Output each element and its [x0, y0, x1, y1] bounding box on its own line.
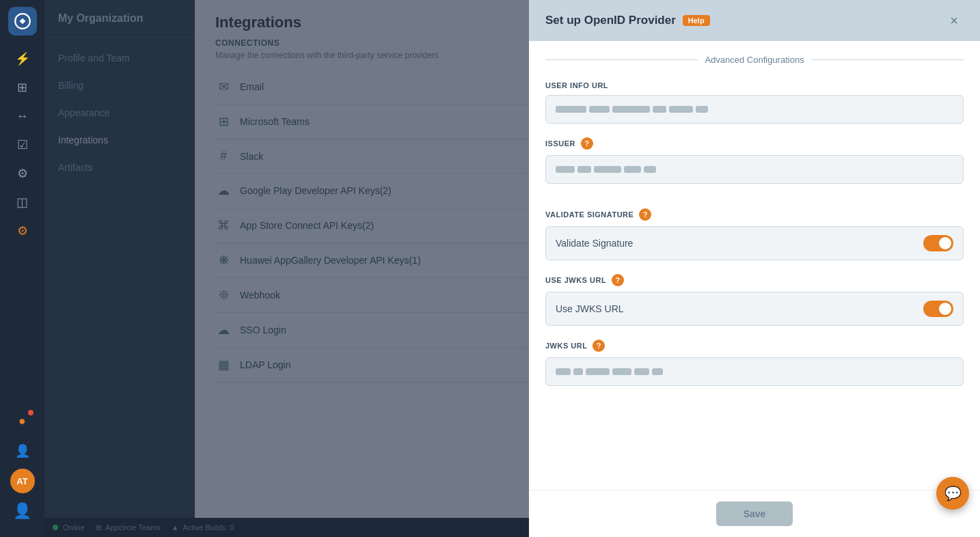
field-label-issuer: ISSUER ?	[545, 137, 964, 150]
section-label: Advanced Configurations	[705, 55, 804, 65]
modal-footer: Save	[529, 490, 980, 537]
blur-chunk	[612, 368, 631, 375]
user-icon[interactable]: 👤	[10, 499, 35, 523]
close-button[interactable]: ×	[944, 11, 964, 30]
blur-chunk	[586, 368, 610, 375]
blur-chunk	[669, 106, 693, 113]
issuer-help-icon[interactable]: ?	[581, 137, 593, 150]
toggle-jwks[interactable]	[923, 301, 953, 317]
team-icon[interactable]: 👤	[10, 439, 35, 463]
help-badge[interactable]: Help	[683, 15, 710, 26]
field-use-jwks-url: USE JWKS URL ? Use JWKS URL	[545, 274, 964, 326]
chat-button[interactable]: 💬	[936, 477, 969, 510]
field-label-jwks: USE JWKS URL ?	[545, 274, 964, 286]
blurred-content-jwks-url	[556, 368, 663, 375]
blur-chunk	[556, 106, 586, 113]
field-issuer: ISSUER ?	[545, 137, 964, 184]
package-icon[interactable]: ◫	[10, 190, 35, 215]
toggle-row-validate-sig: Validate Signature	[545, 226, 964, 260]
field-user-info-url: USER INFO URL	[545, 81, 964, 124]
field-input-jwks-url[interactable]	[545, 357, 964, 386]
notifications-icon[interactable]: ●	[10, 409, 35, 433]
label-text-jwks: USE JWKS URL	[545, 276, 606, 284]
label-text-issuer: ISSUER	[545, 139, 575, 148]
report-icon[interactable]: ☑	[10, 133, 35, 157]
blurred-content	[556, 106, 708, 113]
label-text-jwks-url: JWKS URL	[545, 342, 587, 350]
modal-header: Set up OpenID Provider Help ×	[529, 0, 980, 41]
distribute-icon[interactable]: ↔	[10, 104, 35, 128]
blur-chunk	[577, 166, 591, 173]
blurred-content-issuer	[556, 166, 656, 173]
jwks-help-icon[interactable]: ?	[612, 274, 624, 286]
app-logo[interactable]	[8, 7, 37, 36]
blur-chunk	[589, 106, 610, 113]
toggle-label-jwks: Use JWKS URL	[556, 303, 624, 314]
field-label-validate-sig: VALIDATE SIGNATURE ?	[545, 208, 964, 221]
avatar[interactable]: AT	[10, 469, 35, 493]
field-label-jwks-url: JWKS URL ?	[545, 340, 964, 352]
toggle-label-validate-sig: Validate Signature	[556, 238, 633, 249]
label-text-validate-sig: VALIDATE SIGNATURE	[545, 210, 634, 219]
field-input-issuer[interactable]	[545, 155, 964, 184]
field-jwks-url: JWKS URL ?	[545, 340, 964, 386]
modal-title-text: Set up OpenID Provider	[545, 14, 676, 27]
blur-chunk	[634, 368, 649, 375]
blur-chunk	[696, 106, 708, 113]
spacer-1	[545, 197, 964, 208]
modal-body: Advanced Configurations USER INFO URL	[529, 41, 980, 490]
blur-chunk	[556, 368, 571, 375]
field-validate-signature: VALIDATE SIGNATURE ? Validate Signature	[545, 208, 964, 260]
blur-chunk	[556, 166, 575, 173]
main-layout: My Organization Profile and Team Billing…	[44, 0, 980, 537]
field-label-user-info-url: USER INFO URL	[545, 81, 964, 90]
label-text-user-info-url: USER INFO URL	[545, 81, 608, 90]
blur-chunk	[652, 368, 663, 375]
blur-chunk	[624, 166, 641, 173]
sidebar-bottom: ● 👤 AT 👤	[10, 409, 35, 530]
blur-chunk	[612, 106, 650, 113]
blur-chunk	[594, 166, 621, 173]
section-divider: Advanced Configurations	[545, 55, 964, 65]
toggle-row-jwks: Use JWKS URL	[545, 292, 964, 326]
blur-chunk	[644, 166, 656, 173]
save-button[interactable]: Save	[716, 501, 793, 526]
blur-chunk	[653, 106, 666, 113]
divider-line-left	[545, 59, 698, 60]
blur-chunk	[573, 368, 583, 375]
test-icon[interactable]: ⊞	[10, 75, 35, 100]
validate-sig-help-icon[interactable]: ?	[639, 208, 651, 221]
field-input-user-info-url[interactable]	[545, 95, 964, 124]
settings-icon[interactable]: ⚙	[10, 219, 35, 243]
store-icon[interactable]: ⚙	[10, 161, 35, 186]
sidebar: ⚡ ⊞ ↔ ☑ ⚙ ◫ ⚙ ● 👤 AT 👤	[0, 0, 44, 537]
build-icon[interactable]: ⚡	[10, 46, 35, 71]
modal-openid: Set up OpenID Provider Help × Advanced C…	[529, 0, 980, 537]
toggle-validate-sig[interactable]	[923, 235, 953, 251]
divider-line-right	[811, 59, 964, 60]
modal-title: Set up OpenID Provider Help	[545, 14, 710, 27]
jwks-url-help-icon[interactable]: ?	[593, 340, 605, 352]
